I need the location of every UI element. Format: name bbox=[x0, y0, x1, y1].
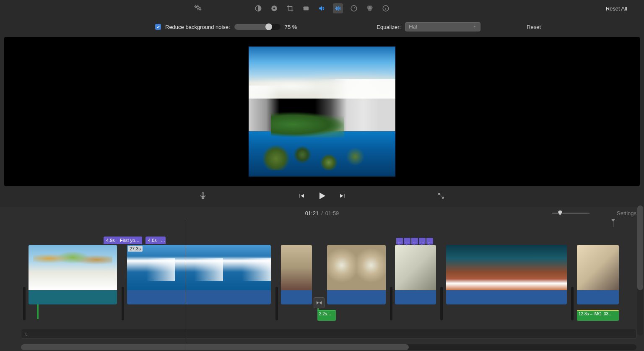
preview-frame bbox=[249, 47, 395, 177]
music-icon: ♫ bbox=[24, 331, 28, 337]
svg-rect-8 bbox=[337, 7, 338, 10]
clip-dog4[interactable] bbox=[577, 245, 619, 304]
svg-rect-9 bbox=[338, 6, 339, 11]
title-clip-2[interactable]: 4.0s –… bbox=[145, 237, 166, 244]
zoom-slider[interactable] bbox=[552, 213, 589, 214]
marker-4[interactable]: … bbox=[419, 238, 426, 244]
svg-rect-3 bbox=[304, 7, 309, 10]
clip-handle[interactable] bbox=[440, 287, 443, 320]
clip-row: 27.3s bbox=[0, 245, 644, 312]
time-total: 01:59 bbox=[325, 210, 339, 216]
clip-handle[interactable] bbox=[122, 287, 124, 320]
adjust-bar: Reduce background noise: 75 % Equalizer:… bbox=[0, 17, 644, 37]
svg-rect-10 bbox=[339, 8, 340, 10]
v-scroll-thumb[interactable] bbox=[637, 205, 643, 290]
marker-group: … … … … … bbox=[396, 238, 433, 244]
prev-button[interactable] bbox=[298, 192, 305, 201]
marker-2[interactable]: … bbox=[404, 238, 410, 244]
svg-rect-5 bbox=[303, 9, 304, 10]
noise-reduction-icon[interactable] bbox=[333, 3, 343, 13]
noise-value: 75 % bbox=[285, 24, 297, 30]
voiceover-icon[interactable] bbox=[199, 191, 207, 202]
reset-all-button[interactable]: Reset All bbox=[606, 5, 627, 12]
end-marker[interactable] bbox=[613, 219, 613, 227]
title-clip-1[interactable]: 4.9s – First yo… bbox=[104, 237, 142, 244]
clip-handle[interactable] bbox=[571, 287, 574, 320]
color-correction-icon[interactable] bbox=[269, 3, 279, 13]
fullscreen-icon[interactable] bbox=[437, 192, 445, 201]
clip-dog1[interactable] bbox=[281, 245, 312, 304]
crop-icon[interactable] bbox=[285, 3, 295, 13]
volume-icon[interactable] bbox=[317, 3, 327, 13]
timeline[interactable]: 4.9s – First yo… 4.0s –… … … … … … 27.3s bbox=[0, 219, 644, 351]
clip-aurora[interactable] bbox=[446, 245, 567, 304]
clip-handle[interactable] bbox=[275, 287, 278, 320]
audio-clip-2[interactable]: 12.8s – IMG_03… bbox=[577, 310, 619, 321]
info-icon[interactable] bbox=[381, 3, 391, 13]
clip-map[interactable] bbox=[29, 245, 117, 304]
top-toolbar: Reset All bbox=[0, 0, 644, 17]
playback-bar bbox=[0, 186, 644, 207]
preview-viewer bbox=[4, 37, 640, 186]
clip-dog3[interactable] bbox=[395, 245, 436, 304]
svg-rect-7 bbox=[336, 7, 337, 10]
settings-button[interactable]: Settings bbox=[617, 210, 636, 216]
equalizer-label: Equalizer: bbox=[377, 24, 401, 30]
svg-rect-6 bbox=[335, 8, 336, 9]
noise-slider[interactable] bbox=[234, 24, 280, 30]
color-balance-icon[interactable] bbox=[253, 3, 263, 13]
clip-duration-badge: 27.3s bbox=[128, 246, 143, 252]
speed-icon[interactable] bbox=[349, 3, 359, 13]
marker-3[interactable]: … bbox=[411, 238, 418, 244]
audio-clip-1[interactable]: 2.2s… bbox=[317, 310, 336, 321]
clip-waterfall[interactable]: 27.3s bbox=[127, 245, 271, 304]
marker-5[interactable]: … bbox=[426, 238, 433, 244]
next-button[interactable] bbox=[339, 192, 346, 201]
equalizer-select[interactable]: Flat bbox=[405, 22, 480, 31]
svg-rect-11 bbox=[340, 7, 341, 10]
svg-point-2 bbox=[273, 8, 275, 10]
v-scrollbar[interactable] bbox=[637, 205, 643, 335]
equalizer-control: Equalizer: Flat bbox=[377, 22, 480, 31]
clip-handle[interactable] bbox=[390, 287, 392, 320]
noise-label: Reduce background noise: bbox=[165, 24, 230, 30]
playhead[interactable] bbox=[186, 219, 186, 351]
filters-icon[interactable] bbox=[365, 3, 375, 13]
music-track[interactable]: ♫ bbox=[21, 329, 636, 339]
time-current: 01:21 bbox=[305, 210, 319, 216]
h-scroll-thumb[interactable] bbox=[21, 344, 409, 350]
reset-button[interactable]: Reset bbox=[527, 24, 541, 30]
audio-row: 2.2s… 12.8s – IMG_03… bbox=[0, 310, 644, 322]
noise-control: Reduce background noise: 75 % bbox=[155, 24, 297, 30]
clip-handle[interactable] bbox=[23, 287, 26, 320]
stabilization-icon[interactable] bbox=[301, 3, 311, 13]
h-scrollbar[interactable] bbox=[21, 344, 636, 350]
svg-point-15 bbox=[368, 8, 372, 11]
transition-icon[interactable] bbox=[314, 297, 325, 308]
time-bar: 01:21 / 01:59 Settings bbox=[0, 207, 644, 219]
svg-rect-17 bbox=[202, 193, 204, 197]
enhance-icon[interactable] bbox=[193, 3, 203, 13]
tool-icons bbox=[253, 3, 391, 13]
play-button[interactable] bbox=[317, 191, 327, 203]
time-sep: / bbox=[321, 210, 323, 216]
svg-rect-4 bbox=[303, 8, 304, 8]
clip-dog2[interactable] bbox=[327, 245, 386, 304]
noise-checkbox[interactable] bbox=[155, 24, 161, 30]
marker-1[interactable]: … bbox=[396, 238, 403, 244]
